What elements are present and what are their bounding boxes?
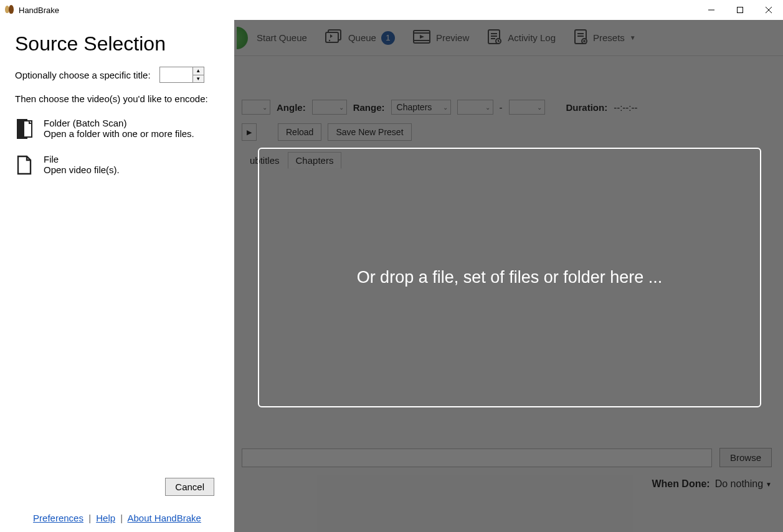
drop-zone-text: Or drop a file, set of files or folder h… (357, 268, 663, 287)
duration-value: --:--:-- (614, 102, 637, 113)
open-folder-option[interactable]: Folder (Batch Scan) Open a folder with o… (15, 118, 219, 140)
main-toolbar: Start Queue Queue 1 (234, 20, 783, 56)
source-selection-panel: Source Selection Optionally choose a spe… (0, 20, 234, 532)
window-close-button[interactable] (754, 0, 783, 20)
preview-icon (412, 29, 431, 46)
chevron-down-icon: ▼ (630, 34, 636, 41)
range-end-dropdown[interactable]: ⌄ (509, 100, 545, 115)
svg-point-8 (329, 40, 330, 41)
cancel-button[interactable]: Cancel (165, 478, 214, 496)
svg-rect-7 (326, 32, 338, 42)
range-type-dropdown[interactable]: Chapters⌄ (391, 100, 451, 115)
queue-icon (325, 29, 343, 47)
presets-button[interactable]: Presets ▼ (564, 20, 645, 55)
help-link[interactable]: Help (96, 513, 115, 523)
svg-rect-1 (738, 7, 743, 13)
window-title: HandBrake (19, 6, 59, 15)
open-file-option[interactable]: File Open video file(s). (15, 154, 219, 176)
when-done-label: When Done: (652, 478, 709, 490)
preset-expand-button[interactable]: ▶ (242, 123, 257, 141)
preferences-link[interactable]: Preferences (33, 513, 83, 523)
source-selection-heading: Source Selection (15, 32, 219, 55)
open-file-desc: Open video file(s). (44, 164, 120, 175)
save-new-preset-button[interactable]: Save New Preset (328, 123, 411, 141)
title-dropdown[interactable]: ⌄ (242, 100, 270, 115)
app-icon (4, 4, 15, 16)
source-meta-row: ⌄ Angle: ⌄ Range: Chapters⌄ ⌄ - ⌄ Durati… (234, 92, 783, 115)
preset-row: ▶ Reload Save New Preset (234, 115, 783, 141)
chevron-down-icon: ▼ (766, 481, 772, 488)
start-queue-button[interactable]: Start Queue (248, 20, 316, 55)
angle-dropdown[interactable]: ⌄ (312, 100, 347, 115)
angle-label: Angle: (277, 102, 306, 113)
specific-title-up[interactable]: ▲ (193, 67, 204, 75)
when-done-row: When Done: Do nothing ▼ (234, 467, 783, 490)
output-path-row: Browse (234, 437, 783, 467)
range-separator: - (500, 102, 503, 113)
range-label: Range: (353, 102, 385, 113)
window-minimize-button[interactable] (697, 0, 726, 20)
file-icon (15, 154, 34, 176)
footer-links: Preferences | Help | About HandBrake (0, 513, 234, 523)
specific-title-spinner[interactable]: ▲ ▼ (159, 67, 204, 83)
file-drop-zone[interactable]: Or drop a file, set of files or folder h… (258, 148, 761, 407)
open-folder-desc: Open a folder with one or more files. (44, 128, 194, 139)
window-maximize-button[interactable] (726, 0, 754, 20)
window-titlebar: HandBrake (0, 0, 783, 20)
preview-button[interactable]: Preview (404, 20, 478, 55)
folder-batch-icon (15, 118, 34, 140)
activity-log-icon (486, 29, 503, 47)
open-file-title: File (44, 154, 120, 164)
reload-preset-button[interactable]: Reload (278, 123, 321, 141)
about-link[interactable]: About HandBrake (127, 513, 201, 523)
browse-button[interactable]: Browse (719, 448, 772, 467)
range-start-dropdown[interactable]: ⌄ (457, 100, 493, 115)
choose-video-instruction: Then choose the video(s) you'd like to e… (15, 93, 208, 105)
duration-label: Duration: (566, 102, 608, 113)
queue-count-badge: 1 (381, 31, 395, 45)
start-encode-icon (237, 27, 248, 49)
presets-icon (573, 29, 588, 47)
specific-title-down[interactable]: ▼ (193, 75, 204, 83)
activity-log-button[interactable]: Activity Log (478, 20, 564, 55)
specific-title-label: Optionally choose a specific title: (15, 70, 151, 80)
specific-title-input[interactable] (160, 67, 192, 82)
when-done-dropdown[interactable]: Do nothing ▼ (715, 478, 772, 490)
output-path-field[interactable] (242, 449, 712, 467)
open-folder-title: Folder (Batch Scan) (44, 118, 194, 128)
queue-button[interactable]: Queue 1 (316, 20, 404, 55)
